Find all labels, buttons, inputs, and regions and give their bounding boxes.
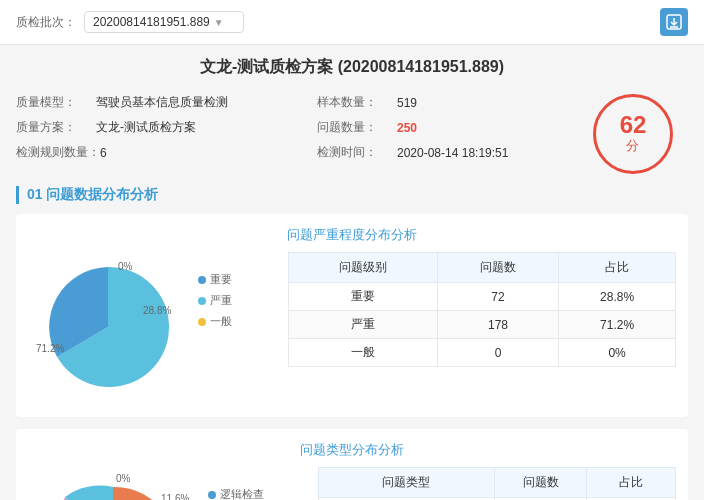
th-type-ratio: 占比 — [587, 468, 676, 498]
td-level-1: 严重 — [289, 311, 438, 339]
svg-text:0%: 0% — [116, 473, 131, 484]
score-badge: 62 分 — [593, 94, 673, 174]
batch-input[interactable]: 20200814181951.889 ▼ — [84, 11, 244, 33]
meta-row-issues: 问题数量： 250 — [317, 119, 578, 136]
score-unit: 分 — [620, 137, 647, 155]
meta-val-rules: 6 — [100, 146, 107, 160]
legend-dot-logic — [208, 491, 216, 499]
th-count: 问题数 — [437, 253, 558, 283]
meta-row-time: 检测时间： 2020-08-14 18:19:51 — [317, 144, 578, 161]
meta-row-plan: 质量方案： 文龙-测试质检方案 — [16, 119, 277, 136]
td-ratio-2: 0% — [559, 339, 676, 367]
legend-dot-serious — [198, 297, 206, 305]
legend-item-serious: 严重 — [198, 293, 278, 308]
td-ratio-1: 71.2% — [559, 311, 676, 339]
meta-right: 样本数量： 519 问题数量： 250 检测时间： 2020-08-14 18:… — [317, 94, 578, 169]
legend-item-logic: 逻辑检查 — [208, 487, 308, 500]
legend-item-general: 一般 — [198, 314, 278, 329]
severity-pie-svg: 0% 28.8% 71.2% — [28, 252, 188, 402]
meta-row-model: 质量模型： 驾驶员基本信息质量检测 — [16, 94, 277, 111]
top-bar: 质检批次： 20200814181951.889 ▼ — [0, 0, 704, 45]
meta-val-issues: 250 — [397, 121, 417, 135]
meta-row-rules: 检测规则数量： 6 — [16, 144, 277, 161]
meta-val-model: 驾驶员基本信息质量检测 — [96, 94, 228, 111]
meta-left: 质量模型： 驾驶员基本信息质量检测 质量方案： 文龙-测试质检方案 检测规则数量… — [16, 94, 277, 169]
severity-table-body: 重要 72 28.8% 严重 178 71.2% 一般 0 0% — [289, 283, 676, 367]
svg-text:71.2%: 71.2% — [36, 343, 64, 354]
legend-item-important: 重要 — [198, 272, 278, 287]
score-inner: 62 分 — [620, 113, 647, 155]
main-content: 文龙-测试质检方案 (20200814181951.889) 质量模型： 驾驶员… — [0, 45, 704, 500]
td-level-2: 一般 — [289, 339, 438, 367]
table-row: 一般 0 0% — [289, 339, 676, 367]
th-level: 问题级别 — [289, 253, 438, 283]
type-pie-svg: 0% 11.6% 13.2% 58% 17.2% 0% — [28, 467, 198, 500]
meta-val-plan: 文龙-测试质检方案 — [96, 119, 196, 136]
meta-score-area: 质量模型： 驾驶员基本信息质量检测 质量方案： 文龙-测试质检方案 检测规则数量… — [16, 94, 688, 174]
batch-value: 20200814181951.889 — [93, 15, 210, 29]
table-row: 重要 72 28.8% — [289, 283, 676, 311]
meta-key-time: 检测时间： — [317, 144, 397, 161]
svg-text:0%: 0% — [118, 261, 133, 272]
severity-table-header-row: 问题级别 问题数 占比 — [289, 253, 676, 283]
meta-key-rules: 检测规则数量： — [16, 144, 100, 161]
severity-subtitle: 问题严重程度分布分析 — [28, 226, 676, 244]
td-level-0: 重要 — [289, 283, 438, 311]
type-inner: 0% 11.6% 13.2% 58% 17.2% 0% 逻辑检查 空值检查 — [28, 467, 676, 500]
meta-key-plan: 质量方案： — [16, 119, 96, 136]
legend-label-serious: 严重 — [210, 293, 232, 308]
batch-select: 质检批次： 20200814181951.889 ▼ — [16, 11, 244, 33]
export-button[interactable] — [660, 8, 688, 36]
type-analysis-block: 问题类型分布分析 0% — [16, 429, 688, 500]
severity-analysis-block: 问题严重程度分布分析 0% 28.8% 71.2% 重 — [16, 214, 688, 417]
th-ratio: 占比 — [559, 253, 676, 283]
report-title: 文龙-测试质检方案 (20200814181951.889) — [16, 57, 688, 78]
score-area: 62 分 — [578, 94, 688, 174]
severity-legend: 重要 严重 一般 — [198, 272, 278, 329]
legend-label-general: 一般 — [210, 314, 232, 329]
type-pie-chart: 0% 11.6% 13.2% 58% 17.2% 0% — [28, 467, 198, 500]
type-table: 问题类型 问题数 占比 逻辑检查 29 11.6% 空值检查 — [318, 467, 676, 500]
section1-title: 01 问题数据分布分析 — [16, 186, 688, 204]
legend-dot-general — [198, 318, 206, 326]
legend-label-important: 重要 — [210, 272, 232, 287]
legend-label-logic: 逻辑检查 — [220, 487, 264, 500]
chevron-down-icon: ▼ — [214, 17, 224, 28]
meta-key-model: 质量模型： — [16, 94, 96, 111]
meta-key-issues: 问题数量： — [317, 119, 397, 136]
meta-key-samples: 样本数量： — [317, 94, 397, 111]
svg-text:28.8%: 28.8% — [143, 305, 171, 316]
severity-table-area: 问题级别 问题数 占比 重要 72 28.8% 严重 1 — [288, 252, 676, 367]
meta-val-samples: 519 — [397, 96, 417, 110]
td-ratio-0: 28.8% — [559, 283, 676, 311]
export-icon — [665, 13, 683, 31]
td-count-2: 0 — [437, 339, 558, 367]
severity-inner: 0% 28.8% 71.2% 重要 严重 一般 — [28, 252, 676, 405]
meta-columns: 质量模型： 驾驶员基本信息质量检测 质量方案： 文龙-测试质检方案 检测规则数量… — [16, 94, 578, 169]
severity-table: 问题级别 问题数 占比 重要 72 28.8% 严重 1 — [288, 252, 676, 367]
type-table-header-row: 问题类型 问题数 占比 — [319, 468, 676, 498]
type-legend: 逻辑检查 空值检查 重复数据检查 值域检查 规范检查 — [208, 487, 308, 500]
svg-text:11.6%: 11.6% — [161, 493, 189, 500]
table-row: 严重 178 71.2% — [289, 311, 676, 339]
type-table-area: 问题类型 问题数 占比 逻辑检查 29 11.6% 空值检查 — [318, 467, 676, 500]
severity-pie-chart: 0% 28.8% 71.2% — [28, 252, 188, 405]
batch-label: 质检批次： — [16, 14, 76, 31]
td-count-1: 178 — [437, 311, 558, 339]
td-count-0: 72 — [437, 283, 558, 311]
type-subtitle: 问题类型分布分析 — [28, 441, 676, 459]
meta-val-time: 2020-08-14 18:19:51 — [397, 146, 508, 160]
legend-dot-important — [198, 276, 206, 284]
meta-row-samples: 样本数量： 519 — [317, 94, 578, 111]
th-type-count: 问题数 — [494, 468, 586, 498]
th-type: 问题类型 — [319, 468, 495, 498]
score-number: 62 — [620, 113, 647, 137]
